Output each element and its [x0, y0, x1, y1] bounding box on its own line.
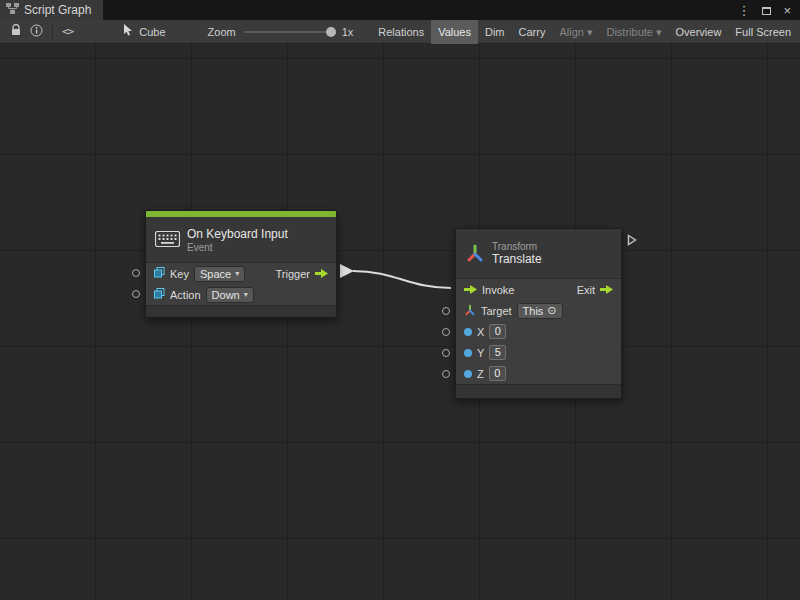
port-exit-output[interactable] [627, 234, 637, 248]
port-target-input[interactable] [442, 307, 450, 315]
port-z-input[interactable] [442, 370, 450, 378]
toolbar-button-overview[interactable]: Overview [669, 20, 729, 44]
node-title: Translate [492, 252, 542, 266]
enum-type-icon [154, 267, 165, 280]
toolbar-button-dim[interactable]: Dim [478, 20, 512, 44]
port-x-input[interactable] [442, 328, 450, 336]
toolbar-button-values[interactable]: Values [431, 20, 478, 44]
chevron-down-icon: ▾ [244, 290, 248, 299]
invoke-port-label: Invoke [482, 284, 514, 296]
node-subtitle: Event [187, 242, 288, 253]
enum-type-icon [154, 288, 165, 301]
graph-canvas[interactable]: On Keyboard Input Event Key Space ▾ Trig… [0, 44, 800, 600]
port-row-invoke-exit: Invoke Exit [456, 279, 621, 300]
node-title: On Keyboard Input [187, 227, 288, 241]
graph-target-label: Cube [139, 26, 165, 38]
trigger-port-label: Trigger [276, 268, 310, 280]
edit-code-button[interactable]: <> [58, 23, 77, 40]
graph-target[interactable]: Cube [123, 24, 165, 39]
toolbar-button-align[interactable]: Align ▾ [552, 20, 599, 44]
toolbar-button-relations[interactable]: Relations [371, 20, 431, 44]
node-header: Transform Translate [456, 229, 621, 279]
node-translate[interactable]: Transform Translate Invoke Exit Target [455, 228, 622, 399]
lock-button[interactable] [6, 22, 26, 42]
tab-title: Script Graph [24, 3, 91, 17]
node-category: Transform [492, 241, 542, 252]
node-footer [456, 384, 621, 398]
y-port-label: Y [477, 347, 484, 359]
toolbar-button-distribute[interactable]: Distribute ▾ [599, 20, 668, 44]
toolbar-button-fullscreen[interactable]: Full Screen [728, 20, 798, 44]
x-port-label: X [477, 326, 484, 338]
port-row-target: Target This ⊙ [456, 300, 621, 321]
info-icon [30, 24, 43, 40]
node-footer [146, 305, 336, 317]
exit-port-label: Exit [577, 284, 595, 296]
connection-trigger-to-invoke[interactable] [353, 271, 451, 288]
y-value-field[interactable]: 5 [489, 345, 506, 360]
zoom-slider-track [244, 31, 336, 33]
float-port-icon [464, 349, 472, 357]
window-close-button[interactable]: × [783, 4, 791, 17]
target-port-label: Target [481, 305, 512, 317]
zoom-value: 1x [342, 26, 354, 38]
toolbar-separator [52, 24, 53, 39]
action-dropdown-value: Down [212, 289, 240, 301]
transform-icon [465, 243, 485, 265]
toolbar-button-carry[interactable]: Carry [512, 20, 553, 44]
port-row-y: Y 5 [456, 342, 621, 363]
toolbar-buttons: Relations Values Dim Carry Align ▾ Distr… [371, 20, 798, 44]
transform-mini-icon [464, 304, 476, 318]
key-dropdown[interactable]: Space ▾ [194, 266, 245, 282]
window-controls: ⋮ × [737, 0, 800, 20]
zoom-slider-handle[interactable] [326, 27, 336, 37]
script-graph-icon [6, 3, 19, 17]
float-port-icon [464, 370, 472, 378]
code-icon: <> [62, 25, 73, 38]
graph-toolbar: <> Cube Zoom 1x Relations Values Dim Car… [0, 20, 800, 44]
x-value-field[interactable]: 0 [489, 324, 506, 339]
keyboard-icon [155, 231, 180, 249]
edge-layer [0, 44, 800, 600]
z-value-field[interactable]: 0 [489, 366, 506, 381]
invoke-flow-arrow-icon[interactable] [464, 284, 477, 296]
port-key-input[interactable] [132, 269, 140, 277]
key-dropdown-value: Space [200, 268, 231, 280]
port-action-input[interactable] [132, 290, 140, 298]
port-row-x: X 0 [456, 321, 621, 342]
node-on-keyboard-input[interactable]: On Keyboard Input Event Key Space ▾ Trig… [145, 210, 337, 318]
zoom-slider[interactable] [244, 25, 336, 39]
connection-arrowhead-icon [340, 264, 354, 278]
self-target-icon: ⊙ [547, 304, 556, 317]
port-y-input[interactable] [442, 349, 450, 357]
target-value-chip[interactable]: This ⊙ [517, 303, 563, 319]
node-header: On Keyboard Input Event [146, 217, 336, 263]
maximize-icon [762, 7, 771, 15]
port-row-action: Action Down ▾ [146, 284, 336, 305]
info-button[interactable] [26, 22, 47, 42]
lock-icon [10, 24, 22, 40]
window-menu-button[interactable]: ⋮ [737, 4, 750, 17]
window-titlebar: Script Graph ⋮ × [0, 0, 800, 20]
exit-flow-arrow-icon[interactable] [600, 284, 613, 296]
chevron-down-icon: ▾ [235, 269, 239, 278]
key-port-label: Key [170, 268, 189, 280]
port-row-z: Z 0 [456, 363, 621, 384]
zoom-label: Zoom [208, 26, 236, 38]
window-maximize-button[interactable] [762, 4, 771, 17]
float-port-icon [464, 328, 472, 336]
z-port-label: Z [477, 368, 484, 380]
port-row-key: Key Space ▾ Trigger [146, 263, 336, 284]
cursor-icon [123, 24, 134, 39]
action-port-label: Action [170, 289, 201, 301]
action-dropdown[interactable]: Down ▾ [206, 287, 254, 303]
target-value: This [523, 305, 544, 317]
tab-script-graph[interactable]: Script Graph [0, 0, 103, 20]
trigger-flow-arrow-icon[interactable] [315, 268, 328, 280]
